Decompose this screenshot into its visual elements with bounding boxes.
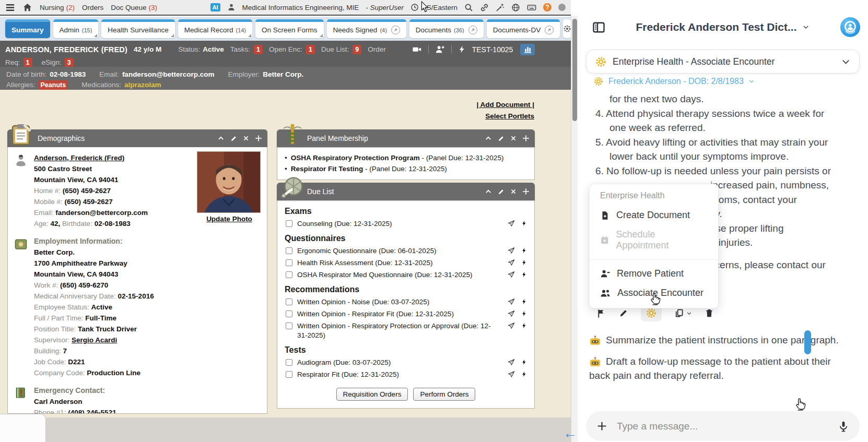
mic-icon[interactable] xyxy=(838,421,849,432)
popout-icon[interactable] xyxy=(545,26,554,34)
close-icon[interactable] xyxy=(243,135,249,141)
menu-item-create-document[interactable]: Create Document xyxy=(590,206,718,225)
tab-documents[interactable]: Documents(36) xyxy=(409,19,484,38)
lightning-icon[interactable] xyxy=(521,298,527,305)
menu-item-remove-patient[interactable]: Remove Patient xyxy=(590,264,718,283)
close-icon[interactable] xyxy=(510,188,517,195)
collapse-icon[interactable] xyxy=(217,135,225,142)
checkbox[interactable] xyxy=(286,271,292,278)
checkbox[interactable] xyxy=(286,259,292,266)
encounter-card[interactable]: Enterprise Health - Associate Encounter xyxy=(586,50,860,74)
tab-needs-signed[interactable]: Needs Signed(4) xyxy=(327,19,406,38)
add-document-link[interactable]: | Add Document | xyxy=(476,101,534,109)
nav-orders[interactable]: Orders xyxy=(82,4,103,11)
video-camera-icon[interactable] xyxy=(412,44,422,54)
lightning-icon[interactable] xyxy=(521,310,527,317)
attach-plus-icon[interactable] xyxy=(596,421,607,432)
patient-name-link[interactable]: Anderson, Frederick (Fred) xyxy=(34,154,124,162)
home-icon[interactable] xyxy=(22,3,32,13)
tab-medical-record[interactable]: Medical Record(14) xyxy=(178,19,252,38)
lightning-icon[interactable] xyxy=(458,45,466,54)
due-list-badge[interactable]: 9 xyxy=(353,45,361,54)
conversation-title[interactable]: Frederick Anderson Test Dict... xyxy=(605,21,840,33)
checkbox[interactable] xyxy=(286,247,292,254)
edit-icon[interactable] xyxy=(498,135,505,142)
panel-membership-header[interactable]: Panel Membership xyxy=(277,129,535,147)
edit-icon[interactable] xyxy=(230,135,237,142)
assistant-logo[interactable] xyxy=(840,17,861,38)
checkbox[interactable] xyxy=(286,220,292,227)
link-icon[interactable] xyxy=(480,3,489,12)
copy-button[interactable] xyxy=(674,308,692,318)
patient-name[interactable]: ANDERSON, FREDERICK (FRED) xyxy=(5,45,127,54)
hamburger-menu-icon[interactable] xyxy=(5,3,15,13)
chat-scrollbar-thumb[interactable] xyxy=(804,330,811,354)
demographics-header[interactable]: Demographics xyxy=(7,129,267,147)
assistant-patient-link[interactable]: Frederick Anderson - DOB: 2/8/1983 xyxy=(593,76,755,87)
collapse-panel-arrow[interactable]: ← xyxy=(563,425,577,441)
checkbox[interactable] xyxy=(286,359,292,366)
flag-button[interactable] xyxy=(596,308,606,318)
lightning-icon[interactable] xyxy=(521,220,527,227)
flowsheet-chart-button[interactable] xyxy=(520,44,535,55)
chat-input[interactable] xyxy=(617,421,828,432)
paper-plane-icon[interactable] xyxy=(508,371,515,378)
delete-button[interactable] xyxy=(705,308,714,318)
req-badge[interactable]: 1 xyxy=(24,58,32,67)
move-icon[interactable] xyxy=(522,188,530,195)
paper-plane-icon[interactable] xyxy=(508,322,515,329)
close-icon[interactable] xyxy=(510,135,517,141)
globe-icon[interactable] xyxy=(511,3,520,12)
paper-plane-icon[interactable] xyxy=(508,298,515,305)
collapse-icon[interactable] xyxy=(485,188,492,195)
suggestion-chip[interactable]: Draft a follow-up message to the patient… xyxy=(589,354,847,383)
paper-plane-icon[interactable] xyxy=(508,271,515,278)
open-enc-badge[interactable]: 1 xyxy=(306,45,315,54)
paper-plane-icon[interactable] xyxy=(508,220,515,227)
wand-icon[interactable] xyxy=(496,3,505,12)
add-user-icon[interactable] xyxy=(435,44,445,54)
checkbox[interactable] xyxy=(286,298,292,305)
menu-item-schedule-appointment[interactable]: Schedule Appointment xyxy=(590,225,718,255)
search-icon[interactable] xyxy=(464,3,473,12)
menu-item-associate-encounter[interactable]: Associate Encounter xyxy=(590,283,718,303)
update-photo-link[interactable]: Update Photo xyxy=(206,215,252,223)
tab-summary[interactable]: Summary xyxy=(5,19,50,38)
move-icon[interactable] xyxy=(522,135,530,142)
nav-doc-queue[interactable]: Doc Queue (3) xyxy=(111,4,157,11)
medication-link[interactable]: alprazolam xyxy=(124,81,161,89)
lightning-icon[interactable] xyxy=(521,322,527,329)
allergy-badge[interactable]: Peanuts xyxy=(39,80,68,90)
tab-health-surveillance[interactable]: Health Surveillance xyxy=(101,19,174,38)
lightning-icon[interactable] xyxy=(521,247,527,254)
lightning-icon[interactable] xyxy=(521,271,527,278)
due-list-header[interactable]: Due List xyxy=(277,183,535,200)
tab-documents-dv[interactable]: Documents-DV xyxy=(487,19,560,38)
requisition-orders-button[interactable]: Requisition Orders xyxy=(336,388,408,401)
tab-admin[interactable]: Admin(15) xyxy=(53,19,99,38)
popout-icon[interactable] xyxy=(468,26,477,34)
tasks-badge[interactable]: 1 xyxy=(254,45,263,54)
order-link[interactable]: Order xyxy=(368,45,386,53)
help-icon[interactable]: ? xyxy=(543,3,552,11)
perform-orders-button[interactable]: Perform Orders xyxy=(413,388,475,401)
paper-plane-icon[interactable] xyxy=(508,259,515,266)
panel-toggle-icon[interactable] xyxy=(592,21,605,34)
checkbox[interactable] xyxy=(286,322,292,329)
keyboard-icon[interactable] xyxy=(527,3,536,12)
checkbox[interactable] xyxy=(286,371,292,378)
ai-badge[interactable]: AI xyxy=(210,3,220,11)
paper-plane-icon[interactable] xyxy=(508,310,515,317)
supervisor-link[interactable]: Sergio Acardi xyxy=(72,336,117,344)
popout-icon[interactable] xyxy=(391,26,400,34)
paper-plane-icon[interactable] xyxy=(508,247,515,254)
edit-icon[interactable] xyxy=(498,188,505,195)
nav-nursing[interactable]: Nursing (2) xyxy=(40,4,75,11)
tab-settings-gears[interactable] xyxy=(563,19,571,38)
select-portlets-link[interactable]: Select Portlets xyxy=(485,112,534,120)
left-scrollbar-track[interactable] xyxy=(571,16,578,442)
lightning-icon[interactable] xyxy=(521,359,527,366)
lightning-icon[interactable] xyxy=(521,371,527,378)
edit-button[interactable] xyxy=(619,308,628,318)
checkbox[interactable] xyxy=(286,310,292,317)
